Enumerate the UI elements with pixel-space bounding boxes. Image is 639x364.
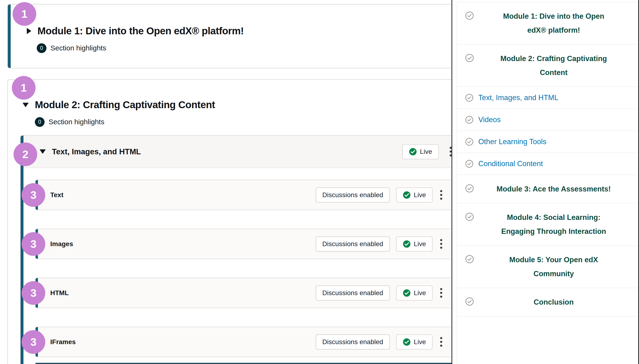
kebab-menu-icon[interactable] [448,145,452,158]
live-label: Live [414,338,426,346]
live-label: Live [414,289,426,297]
kebab-menu-icon[interactable] [439,286,444,299]
subsection-card: 2 Text, Images, and HTML Live [20,135,452,364]
sidebar-item-label: Module 5: Your Open edX Community [479,253,628,281]
sidebar-item-module-3[interactable]: Module 3: Ace the Assessments! [457,175,638,203]
annotation-mark-1b: 1 [12,76,36,100]
discussions-enabled-badge: Discussions enabled [316,286,390,300]
highlights-count-badge: 0 [37,43,47,53]
check-circle-green-icon [403,191,411,199]
subsection-controls: Live [402,144,452,159]
unit-controls: Discussions enabled Live [316,286,444,300]
check-circle-icon [465,116,474,124]
sidebar-item-module-2[interactable]: Module 2: Crafting Captivating Content [457,44,638,87]
sidebar-link-label[interactable]: Conditional Content [478,158,628,170]
sidebar-item-module-1[interactable]: Module 1: Dive into the Open edX® platfo… [457,2,638,44]
course-navigation-sidebar: Module 1: Dive into the Open edX® platfo… [452,0,638,364]
sidebar-item-label: Module 3: Ace the Assessments! [479,182,628,196]
check-circle-green-icon [403,240,411,248]
check-circle-icon [465,297,474,306]
next-unit-edge [35,363,452,364]
kebab-menu-icon[interactable] [439,238,444,250]
check-circle-icon [465,138,474,146]
unit-title: Text [50,191,64,199]
annotation-mark-3: 3 [22,330,45,354]
section-highlights-button[interactable]: 0 Section highlights [35,116,452,128]
annotation-mark-3: 3 [22,183,45,207]
highlights-label: Section highlights [49,118,104,126]
live-status-badge: Live [402,144,439,159]
check-circle-icon [465,11,474,20]
highlights-label: Section highlights [51,44,106,52]
section-title-row: Module 2: Crafting Captivating Content [8,80,452,110]
annotation-mark-3: 3 [22,281,45,305]
unit-controls: Discussions enabled Live [316,188,444,202]
live-status-badge: Live [396,188,433,202]
collapse-caret-icon[interactable] [23,103,29,107]
sidebar-link-label[interactable]: Text, Images, and HTML [478,92,628,104]
check-circle-icon [465,94,474,102]
unit-card-iframes[interactable]: 3 IFrames Discussions enabled Live [35,326,452,357]
check-circle-icon [465,54,474,62]
expand-caret-icon[interactable] [27,28,31,34]
check-circle-icon [465,160,474,168]
unit-title: Images [50,240,73,248]
live-label: Live [414,191,426,199]
check-circle-icon [465,212,474,221]
live-status-badge: Live [396,286,433,300]
section-title: Module 1: Dive into the Open edX® platfo… [38,25,244,37]
sidebar-item-label: Conclusion [479,295,628,309]
kebab-menu-icon[interactable] [439,189,444,201]
unit-controls: Discussions enabled Live [316,334,444,350]
unit-card-text[interactable]: 3 Text Discussions enabled Live [35,180,452,210]
check-circle-green-icon [403,338,411,346]
sidebar-link-other-learning-tools[interactable]: Other Learning Tools [457,131,638,153]
discussions-enabled-badge: Discussions enabled [316,334,390,350]
sidebar-item-label: Module 1: Dive into the Open edX® platfo… [479,9,628,37]
sidebar-item-module-4[interactable]: Module 4: Social Learning: Engaging Thro… [457,203,638,246]
unit-controls: Discussions enabled Live [316,236,444,252]
check-circle-icon [465,184,474,193]
live-label: Live [420,148,432,156]
sidebar-nav-list: Module 1: Dive into the Open edX® platfo… [457,2,638,364]
discussions-enabled-badge: Discussions enabled [316,236,390,252]
unit-card-images[interactable]: 3 Images Discussions enabled Live [35,228,452,259]
collapse-caret-icon[interactable] [40,149,46,154]
sidebar-item-label: Module 4: Social Learning: Engaging Thro… [479,210,628,238]
sidebar-link-label[interactable]: Other Learning Tools [478,136,628,148]
outline-main: 1 Module 1: Dive into the Open edX® plat… [0,0,452,364]
live-label: Live [414,240,426,248]
unit-title: IFrames [50,338,76,346]
course-outline-page: 1 Module 1: Dive into the Open edX® plat… [0,0,639,364]
subsection-title: Text, Images, and HTML [52,147,141,156]
sidebar-item-conclusion[interactable]: Conclusion [457,288,638,316]
annotation-mark-2: 2 [14,142,37,166]
section-title-row: Module 1: Dive into the Open edX® platfo… [8,4,452,37]
highlights-count-badge: 0 [35,117,45,127]
section-highlights-button[interactable]: 0 Section highlights [37,42,452,54]
live-status-badge: Live [396,236,433,252]
annotation-mark-1: 1 [13,2,36,26]
subsection-header: Text, Images, and HTML Live [21,136,452,168]
annotation-mark-3: 3 [22,232,45,256]
kebab-menu-icon[interactable] [439,336,444,348]
sidebar-item-label: Module 2: Crafting Captivating Content [479,52,628,80]
discussions-enabled-badge: Discussions enabled [316,188,390,202]
section-card-module-1: 1 Module 1: Dive into the Open edX® plat… [7,4,452,68]
section-accent-bar [8,4,11,68]
sidebar-link-text-images-html[interactable]: Text, Images, and HTML [457,87,638,109]
unit-card-html[interactable]: 3 HTML Discussions enabled Live [35,278,452,308]
check-circle-icon [465,255,474,264]
sidebar-link-label[interactable]: Videos [478,114,628,126]
live-status-badge: Live [396,334,433,350]
sidebar-item-module-5[interactable]: Module 5: Your Open edX Community [457,246,638,288]
sidebar-link-conditional-content[interactable]: Conditional Content [457,153,638,175]
section-title: Module 2: Crafting Captivating Content [35,99,215,110]
sidebar-link-videos[interactable]: Videos [457,109,638,131]
unit-title: HTML [50,289,69,297]
check-circle-green-icon [403,289,411,297]
section-card-module-2: 1 Module 2: Crafting Captivating Content… [7,79,452,364]
check-circle-green-icon [409,148,417,156]
